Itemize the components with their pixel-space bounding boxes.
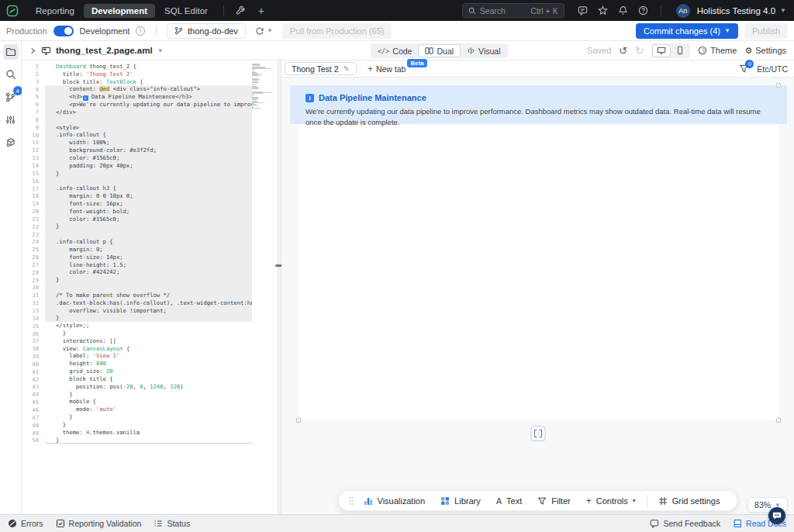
canvas-corner-handle-bottom-left[interactable]: [296, 418, 302, 423]
tools-wrench-icon[interactable]: [232, 3, 250, 19]
workspace-switcher[interactable]: Holistics Testing 4.0 ▼: [697, 6, 786, 16]
status-panel-button[interactable]: Status: [154, 519, 190, 528]
grid-icon: [658, 496, 668, 506]
holistics-logo-icon: [6, 5, 19, 17]
file-info: thong_test_2.page.aml ▼: [29, 46, 164, 56]
chevron-down-icon[interactable]: ▼: [157, 47, 164, 54]
publish-button[interactable]: Publish: [744, 23, 788, 39]
nav-sql-editor[interactable]: SQL Editor: [157, 4, 216, 18]
info-icon[interactable]: i: [136, 26, 145, 36]
add-text-button[interactable]: A Text: [488, 496, 530, 506]
top-bar: Reporting Development SQL Editor + Searc…: [0, 0, 794, 21]
canvas-corner-handle-top-right[interactable]: [776, 83, 782, 88]
visual-mode-icon: [467, 47, 475, 55]
grid-settings-button[interactable]: Grid settings: [651, 496, 728, 506]
nav-development[interactable]: Development: [84, 4, 155, 18]
send-feedback-button[interactable]: Send Feedback: [650, 519, 720, 528]
desktop-preview-icon[interactable]: [652, 44, 671, 57]
dashboard-tab-bar: Thong Test 2 ✎ + New tab Beta 0: [281, 60, 794, 78]
tab-thong-test-2[interactable]: Thong Test 2 ✎: [285, 62, 357, 75]
environment-toggle[interactable]: [54, 26, 74, 36]
tab-label: Thong Test 2: [292, 64, 339, 74]
chevron-down-icon: ▼: [724, 27, 730, 34]
commit-changes-label: Commit changes (4): [644, 26, 720, 36]
new-plus-icon[interactable]: +: [252, 3, 271, 19]
funnel-icon: [537, 496, 547, 506]
reporting-validation-button[interactable]: Reporting Validation: [56, 519, 142, 528]
canvas-corner-handle-bottom-right[interactable]: [776, 418, 782, 423]
errors-panel-button[interactable]: Errors: [8, 519, 43, 528]
view-mode-dual[interactable]: Dual: [418, 44, 461, 57]
chevron-right-icon[interactable]: [29, 47, 36, 54]
editor-minimap[interactable]: [252, 63, 273, 514]
workspace: 4 thong_test_2.page.aml ▼ </: [0, 41, 794, 514]
add-filter-button[interactable]: Filter: [530, 496, 578, 506]
feedback-label: Send Feedback: [663, 519, 720, 528]
add-library-button[interactable]: Library: [433, 496, 488, 506]
development-label: Development: [80, 26, 130, 36]
topbar-divider: [223, 5, 224, 16]
view-mode-dual-label: Dual: [437, 47, 454, 56]
right-of-rail: thong_test_2.page.aml ▼ </> Code Dual: [22, 41, 794, 514]
redo-icon[interactable]: ↻: [635, 45, 644, 57]
theme-button[interactable]: Theme: [698, 46, 737, 55]
git-changes-icon[interactable]: 4: [3, 89, 19, 105]
support-chat-bubble[interactable]: [768, 507, 785, 524]
add-controls-button[interactable]: + Controls ▾: [578, 496, 644, 506]
device-preview-switch: [651, 43, 690, 58]
add-visualization-button[interactable]: Visualization: [356, 496, 433, 506]
timezone-label[interactable]: Etc/UTC: [757, 64, 788, 74]
git-badge: 4: [13, 86, 22, 95]
dual-pane-icon: [425, 47, 433, 55]
toolbar-drag-handle-icon[interactable]: [348, 496, 356, 506]
undo-icon[interactable]: ↺: [619, 45, 627, 57]
info-callout-block[interactable]: i Data Pipeline Maintenance We're curren…: [290, 85, 787, 124]
view-mode-switch: </> Code Dual Visual: [371, 43, 508, 58]
settings-sliders-icon[interactable]: [3, 112, 19, 127]
environment-bar: Production Development i / thong-do-dev …: [0, 21, 794, 41]
theme-palette-icon: [698, 46, 707, 55]
commit-changes-button[interactable]: Commit changes (4) ▼: [636, 23, 738, 39]
save-status: Saved: [587, 46, 611, 55]
status-bar: Errors Reporting Validation Status Send …: [0, 514, 794, 532]
docs-book-icon: [733, 519, 742, 528]
code-editor[interactable]: 1234567891011121314151617181920212223242…: [22, 60, 278, 514]
text-a-icon: A: [496, 496, 502, 506]
edit-pencil-icon[interactable]: ✎: [343, 64, 350, 73]
mobile-preview-icon[interactable]: [671, 44, 689, 57]
star-icon[interactable]: [594, 3, 613, 19]
refresh-branch-button[interactable]: ▼: [252, 26, 276, 36]
dashboard-preview-pane: Thong Test 2 ✎ + New tab Beta 0: [281, 60, 794, 514]
nav-reporting[interactable]: Reporting: [28, 4, 82, 18]
beta-badge: Beta: [407, 59, 426, 67]
settings-button[interactable]: ⚙ Settings: [744, 46, 786, 56]
refresh-icon: [255, 26, 264, 36]
new-tab-button[interactable]: + New tab Beta: [368, 64, 427, 74]
feedback-bubble-icon[interactable]: [574, 3, 592, 19]
file-explorer-folder-icon[interactable]: [3, 44, 19, 60]
view-mode-visual-label: Visual: [478, 47, 500, 56]
topbar-divider-2: [661, 5, 661, 16]
user-avatar[interactable]: An: [676, 4, 690, 18]
data-source-icon[interactable]: [3, 134, 19, 150]
callout-body: We're currently updating our data pipeli…: [306, 106, 772, 129]
search-icon[interactable]: [3, 67, 19, 82]
view-mode-visual[interactable]: Visual: [461, 44, 506, 57]
view-mode-code[interactable]: </> Code: [371, 44, 418, 57]
filters-button[interactable]: 0: [739, 64, 749, 74]
help-icon[interactable]: [634, 3, 653, 19]
pull-from-production-button[interactable]: Pull from Production (65): [282, 23, 392, 39]
dashboard-canvas-area[interactable]: i Data Pipeline Maintenance We're curren…: [281, 78, 794, 514]
notifications-bell-icon[interactable]: [614, 3, 633, 19]
branch-selector[interactable]: thong-do-dev: [167, 23, 246, 39]
current-filename: thong_test_2.page.aml: [56, 46, 153, 55]
dashboard-canvas[interactable]: [299, 85, 778, 420]
resize-canvas-button[interactable]: [531, 426, 546, 441]
code-text[interactable]: Dashboard thong_test_2 { title: 'Thong T…: [45, 63, 252, 514]
search-input[interactable]: Search Ctrl + K: [462, 3, 564, 18]
widget-toolbar: Visualization Library A Text: [338, 490, 738, 511]
search-shortcut: Ctrl + K: [530, 6, 558, 16]
view-mode-code-label: Code: [392, 47, 412, 56]
content-split: 1234567891011121314151617181920212223242…: [22, 60, 794, 514]
text-label: Text: [506, 496, 522, 506]
